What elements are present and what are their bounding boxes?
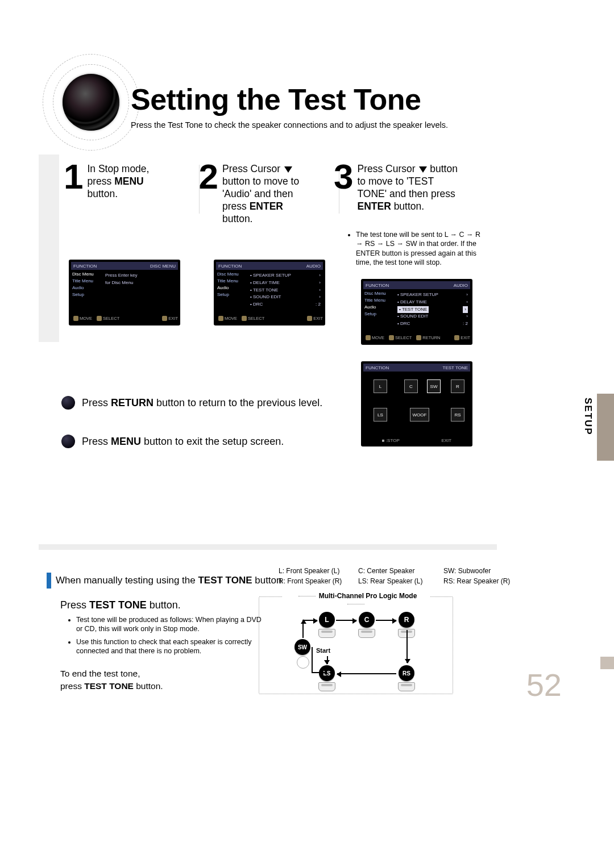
step-3-line4b: button. [391, 201, 424, 212]
manual-test-heading: When manually testing using the TEST TON… [47, 573, 282, 589]
step-3-note-text: The test tone will be sent to L → C → R … [356, 230, 487, 267]
arrow-icon [302, 620, 304, 638]
legend-c: C: Center Speaker [358, 567, 443, 575]
tt-bullet-1: Test tone will be produced as follows: W… [76, 615, 267, 634]
step-3-enter: ENTER [357, 201, 391, 212]
test-tone-notes: Test tone will be produced as follows: W… [68, 615, 267, 659]
step-2-line4a: press [222, 201, 250, 212]
legend-r: R: Front Speaker (R) [279, 577, 358, 585]
step-1-menu: MENU [114, 176, 144, 187]
cursor-down-icon [419, 166, 427, 173]
arrow-icon [337, 673, 396, 674]
bullet-icon [61, 396, 75, 410]
osd-screenshot-4: FUNCTIONTEST TONE L C SW R LS WOOF RS ■ … [361, 361, 472, 446]
step-2-line1a: Press Cursor [222, 163, 283, 174]
cursor-down-icon [284, 166, 292, 173]
step-3-line1b: button [427, 163, 458, 174]
step-3: 3 Press Cursor button to move to 'TEST T… [334, 161, 459, 225]
legend-ls: LS: Rear Speaker (L) [358, 577, 443, 585]
tt-bullet-2: Use this function to check that each spe… [76, 637, 267, 656]
step-1-line2a: press [87, 176, 114, 187]
step-1: 1 In Stop mode, press MENU button. [64, 161, 178, 225]
arrow-icon [336, 620, 356, 621]
section-tab-bg [597, 394, 614, 461]
step-2-line2: button to move to [222, 176, 299, 187]
speaker-icon [318, 682, 335, 691]
section-tab-label: SETUP [582, 398, 594, 436]
page-number: 52 [526, 666, 562, 703]
step-2-line3: 'Audio' and then [222, 188, 293, 199]
speaker-icon [358, 629, 375, 638]
bullet-icon [61, 435, 75, 448]
edge-tab-icon [600, 657, 614, 669]
return-instruction: Press RETURN button to return to the pre… [61, 396, 322, 410]
node-l: L [319, 612, 335, 628]
page-title: Setting the Test Tone [131, 82, 421, 116]
step-2-line4c: button. [222, 213, 253, 224]
node-c: C [359, 612, 375, 628]
step-3-line3: TONE' and then press [357, 188, 455, 199]
node-rs: RS [399, 665, 414, 681]
step-2-enter: ENTER [250, 201, 283, 212]
divider-bar [39, 544, 497, 550]
arrow-icon [376, 620, 396, 621]
step-1-number: 1 [64, 161, 81, 193]
step-1-line1: In Stop mode, [87, 163, 149, 174]
step-2: 2 Press Cursor button to move to 'Audio'… [198, 161, 313, 225]
page-subtitle: Press the Test Tone to check the speaker… [131, 120, 448, 130]
arrow-icon [406, 630, 408, 663]
legend-l: L: Front Speaker (L) [279, 567, 358, 575]
press-test-tone: Press TEST TONE button. [60, 599, 181, 611]
heading-accent-icon [47, 573, 51, 589]
step-3-line1a: Press Cursor [357, 163, 418, 174]
step-2-number: 2 [198, 161, 216, 193]
node-sw: SW [294, 639, 310, 655]
osd-screenshot-1: FUNCTIONDISC MENU Disc Menu Title Menu A… [69, 260, 180, 326]
speaker-icon [318, 629, 335, 638]
legend-sw: SW: Subwoofer [443, 567, 532, 575]
legend-rs: RS: Rear Speaker (R) [443, 577, 532, 585]
menu-instruction: Press MENU button to exit the setup scre… [61, 435, 284, 448]
pro-logic-diagram: Multi-Channel Pro Logic Mode L C R SW LS… [259, 596, 453, 694]
speaker-legend: L: Front Speaker (L) C: Center Speaker S… [279, 567, 532, 585]
osd-screenshot-2: FUNCTIONAUDIO Disc Menu Title Menu Audio… [214, 260, 325, 326]
decorative-speaker-graphic [43, 54, 139, 151]
subwoofer-icon [297, 656, 309, 669]
step-1-line3: button. [87, 188, 118, 199]
steps-row: 1 In Stop mode, press MENU button. 2 Pre… [64, 161, 459, 225]
diagram-title: Multi-Channel Pro Logic Mode [282, 592, 430, 608]
arrow-icon [304, 620, 317, 621]
speaker-icon [398, 682, 415, 691]
node-r: R [399, 612, 414, 628]
osd-screenshot-3: FUNCTIONAUDIO Disc Menu Title Menu Audio… [361, 279, 472, 345]
start-label: Start [316, 647, 330, 654]
step-3-line2: to move to 'TEST [357, 176, 434, 187]
step-3-note: The test tone will be sent to L → C → R … [348, 230, 487, 267]
end-test-tone: To end the test tone, press TEST TONE bu… [60, 667, 163, 692]
step-3-number: 3 [334, 161, 351, 193]
